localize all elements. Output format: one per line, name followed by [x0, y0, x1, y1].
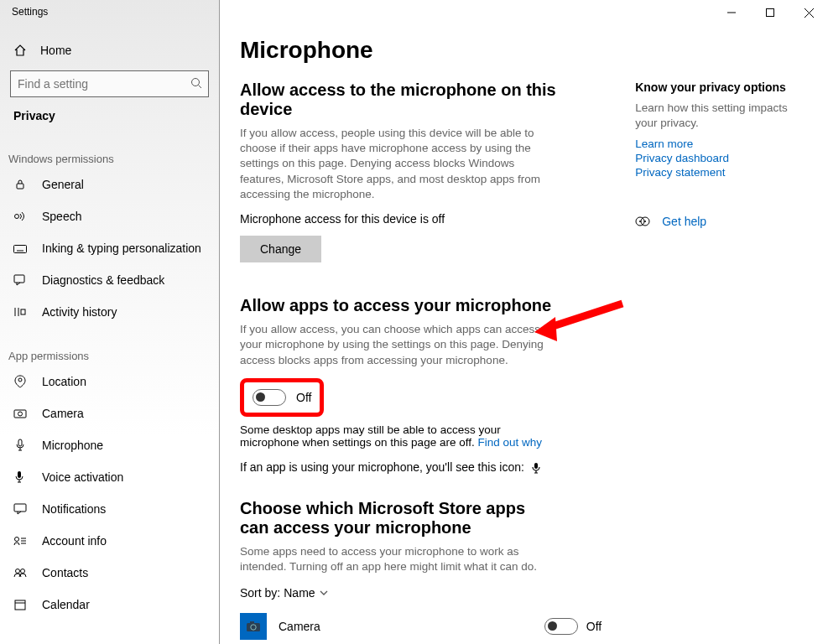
apps-access-toggle[interactable] — [253, 389, 286, 406]
svg-point-39 — [639, 221, 641, 222]
svg-point-28 — [16, 569, 20, 574]
search-input[interactable] — [10, 70, 209, 97]
page-title: Microphone — [240, 37, 808, 64]
label: Inking & typing personalization — [42, 242, 201, 255]
svg-rect-22 — [18, 471, 21, 478]
label: Speech — [42, 210, 81, 223]
annotation-highlight: Off — [240, 378, 324, 417]
lock-icon — [13, 179, 27, 190]
svg-rect-8 — [14, 246, 27, 253]
section2-text: If you allow access, you can choose whic… — [240, 322, 550, 368]
app-row-camera: Camera Off — [240, 608, 601, 644]
history-icon — [13, 306, 27, 318]
sidebar-item-voice-activation[interactable]: Voice activation — [0, 461, 219, 493]
svg-rect-21 — [18, 439, 22, 446]
label: Microphone — [42, 439, 103, 452]
find-out-why-link[interactable]: Find out why — [477, 436, 542, 449]
svg-rect-17 — [21, 309, 25, 314]
section1-title: Allow access to the microphone on this d… — [240, 80, 601, 119]
sidebar-item-speech[interactable]: Speech — [0, 200, 219, 232]
camera-app-icon — [240, 613, 267, 640]
desktop-apps-note: Some desktop apps may still be able to a… — [240, 423, 550, 449]
notifications-icon — [13, 503, 27, 515]
sidebar-item-activity[interactable]: Activity history — [0, 296, 219, 328]
label: Account info — [42, 534, 107, 548]
contacts-icon — [13, 567, 27, 579]
sort-control[interactable]: Sort by: Name — [240, 586, 601, 600]
svg-point-20 — [18, 412, 23, 416]
section2-title: Allow apps to access your microphone — [240, 296, 601, 315]
label: General — [42, 178, 84, 191]
sidebar-item-location[interactable]: Location — [0, 366, 219, 397]
sidebar-item-inking[interactable]: Inking & typing personalization — [0, 232, 219, 264]
section1-text: If you allow access, people using this d… — [240, 126, 559, 202]
svg-point-29 — [21, 569, 25, 574]
speech-icon — [13, 210, 27, 222]
svg-point-7 — [15, 215, 19, 219]
camera-icon — [13, 408, 27, 418]
sidebar-item-account-info[interactable]: Account info — [0, 525, 219, 557]
microphone-icon — [13, 439, 27, 452]
svg-point-18 — [18, 378, 22, 382]
label: Location — [42, 375, 86, 388]
device-access-status: Microphone access for this device is off — [240, 212, 601, 226]
change-button[interactable]: Change — [240, 236, 321, 262]
search-icon — [190, 77, 202, 89]
privacy-options-title: Know your privacy options — [635, 80, 808, 94]
sidebar-item-diagnostics[interactable]: Diagnostics & feedback — [0, 264, 219, 296]
svg-point-40 — [644, 221, 646, 222]
mic-in-use-note: If an app is using your microphone, you'… — [240, 460, 601, 474]
microphone-indicator-icon — [531, 462, 541, 474]
sidebar: Settings Home Privacy Windows permission… — [0, 0, 220, 644]
svg-rect-30 — [15, 600, 25, 610]
label: Calendar — [42, 598, 90, 611]
svg-rect-23 — [14, 504, 26, 512]
home-nav[interactable]: Home — [0, 35, 219, 65]
main-content: Microphone Allow access to the microphon… — [220, 0, 828, 644]
get-help-link[interactable]: Get help — [635, 214, 808, 229]
voice-icon — [13, 470, 27, 484]
label: Activity history — [42, 305, 117, 319]
app-title: Settings — [0, 0, 219, 23]
privacy-dashboard-link[interactable]: Privacy dashboard — [635, 152, 808, 164]
camera-app-toggle-label: Off — [586, 620, 601, 633]
current-section: Privacy — [0, 97, 219, 131]
section3-title: Choose which Microsoft Store apps can ac… — [240, 499, 559, 538]
learn-more-link[interactable]: Learn more — [635, 138, 808, 150]
label: Voice activation — [42, 470, 123, 484]
label: Diagnostics & feedback — [42, 273, 164, 287]
app-name: Camera — [279, 620, 440, 633]
svg-point-34 — [251, 625, 256, 630]
apps-access-toggle-label: Off — [296, 391, 311, 404]
keyboard-icon — [13, 243, 27, 253]
sidebar-item-contacts[interactable]: Contacts — [0, 557, 219, 589]
sidebar-item-notifications[interactable]: Notifications — [0, 493, 219, 525]
camera-app-toggle[interactable] — [544, 618, 578, 635]
account-icon — [13, 535, 27, 547]
label: Camera — [42, 407, 84, 420]
sidebar-item-general[interactable]: General — [0, 169, 219, 200]
group-header-windows: Windows permissions — [0, 131, 219, 169]
location-icon — [13, 375, 27, 388]
svg-rect-32 — [534, 463, 538, 469]
label: Contacts — [42, 566, 88, 579]
svg-rect-14 — [14, 275, 24, 283]
svg-point-4 — [192, 79, 200, 86]
home-label: Home — [40, 44, 71, 57]
label: Notifications — [42, 502, 106, 516]
home-icon — [13, 44, 27, 57]
calendar-icon — [13, 599, 27, 610]
privacy-statement-link[interactable]: Privacy statement — [635, 166, 808, 179]
sidebar-item-microphone[interactable]: Microphone — [0, 429, 219, 461]
section3-text: Some apps need to access your microphone… — [240, 544, 542, 574]
svg-rect-19 — [14, 410, 26, 418]
sidebar-item-calendar[interactable]: Calendar — [0, 589, 219, 621]
group-header-apps: App permissions — [0, 328, 219, 366]
feedback-icon — [13, 274, 27, 286]
sidebar-item-camera[interactable]: Camera — [0, 397, 219, 429]
svg-rect-6 — [17, 184, 23, 189]
svg-point-24 — [15, 538, 19, 542]
privacy-options-text: Learn how this setting impacts your priv… — [635, 101, 808, 131]
svg-line-5 — [199, 86, 202, 89]
help-icon — [635, 214, 650, 229]
